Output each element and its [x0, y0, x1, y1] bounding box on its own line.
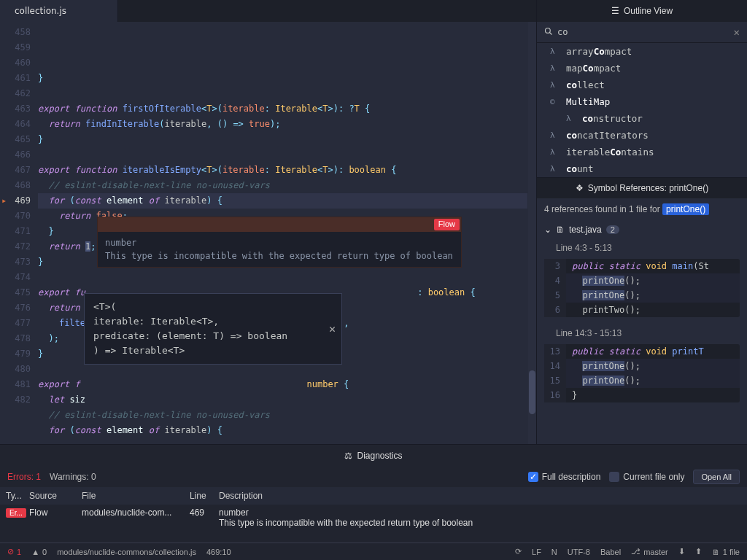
line-number: 477 [0, 316, 31, 331]
error-tooltip-title: number [105, 236, 454, 249]
target-icon: ❖ [576, 183, 584, 193]
flow-error-tooltip: Flow number This type is incompatible wi… [97, 217, 462, 268]
sync-icon[interactable]: ⟳ [515, 547, 522, 556]
status-language[interactable]: Babel [600, 548, 621, 556]
search-icon [544, 27, 553, 38]
outline-search-input[interactable] [557, 27, 729, 37]
code-line[interactable]: // eslint-disable-next-line no-unused-va… [38, 408, 536, 423]
reference-range[interactable]: Line 4:3 - 5:13 [537, 239, 747, 257]
svg-point-0 [546, 28, 551, 33]
editor-tab[interactable]: collection.js [0, 0, 118, 22]
code-line[interactable]: export function firstOfIterable<T>(itera… [38, 101, 536, 117]
line-number: 465 [0, 132, 31, 147]
diagnostic-row[interactable]: Er... Flow modules/nuclide-com... 469 nu… [0, 505, 747, 531]
upload-icon[interactable]: ⬆ [695, 547, 702, 556]
col-source[interactable]: Source [29, 491, 82, 501]
status-warning-count[interactable]: ▲0 [31, 548, 47, 556]
line-number: 464 [0, 117, 31, 132]
code-line[interactable]: export f number { [38, 377, 536, 392]
breakpoint-marker[interactable]: ▸ [1, 193, 7, 209]
reference-code-line[interactable]: 4 printOne(); [544, 273, 740, 288]
code-line[interactable] [38, 86, 536, 101]
status-error-count[interactable]: ⊘1 [7, 547, 21, 556]
status-insert-mode[interactable]: N [551, 548, 557, 556]
branch-icon: ⎇ [631, 547, 640, 556]
reference-code-line[interactable]: 13public static void printT [544, 344, 740, 359]
balance-icon: ⚖ [344, 451, 352, 461]
error-count[interactable]: Errors: 1 [7, 472, 41, 482]
diagnostics-controls: Errors: 1 Warnings: 0 ✓Full description … [0, 467, 747, 487]
references-summary: 4 references found in 1 file for printOn… [537, 198, 747, 220]
svg-line-1 [550, 32, 552, 34]
code-line[interactable]: for (const element of iterable) { [38, 423, 536, 438]
reference-code-line[interactable]: 3public static void main(St [544, 259, 740, 273]
col-file[interactable]: File [82, 491, 190, 501]
outline-header: ☰ Outline View [537, 0, 747, 22]
code-line[interactable]: return findInIterable(iterable, () => tr… [38, 117, 536, 132]
status-git-branch[interactable]: ⎇ master [631, 547, 668, 556]
outline-item[interactable]: λcollect [537, 77, 747, 93]
references-title: Symbol References: printOne() [588, 183, 708, 193]
outline-item[interactable]: λcount [537, 160, 747, 177]
reference-file-name: test.java [569, 225, 602, 235]
line-number: 476 [0, 300, 31, 316]
symbol-icon: λ [550, 47, 560, 56]
clear-icon[interactable]: ✕ [734, 26, 740, 38]
reference-code-line[interactable]: 5 printOne(); [544, 288, 740, 303]
line-number: 472 [0, 239, 31, 254]
line-number: 470 [0, 209, 31, 224]
line-number: 475 [0, 285, 31, 300]
warning-icon: ▲ [31, 548, 39, 556]
download-icon[interactable]: ⬇ [678, 547, 685, 556]
code-line[interactable] [38, 270, 536, 285]
close-icon[interactable]: ✕ [329, 322, 336, 336]
outline-item[interactable]: ©MultiMap [537, 93, 747, 110]
code-line[interactable]: // eslint-disable-next-line no-unused-va… [38, 178, 536, 193]
outline-item[interactable]: λconcatIterators [537, 127, 747, 144]
status-line-ending[interactable]: LF [532, 548, 541, 556]
line-number: 460 [0, 55, 31, 71]
outline-item[interactable]: λiterableContains [537, 144, 747, 160]
file-icon: 🗎 [556, 225, 565, 235]
status-cursor-position[interactable]: 469:10 [206, 548, 231, 556]
line-number: 473 [0, 254, 31, 270]
current-file-only-checkbox[interactable]: Current file only [609, 472, 684, 482]
editor[interactable]: 458459460461462463464465466467468▸469470… [0, 22, 536, 444]
reference-range[interactable]: Line 14:3 - 15:13 [537, 324, 747, 342]
outline-list: λarrayCompactλmapCompactλcollect©MultiMa… [537, 43, 747, 177]
col-line[interactable]: Line [190, 491, 219, 501]
reference-code-line[interactable]: 16} [544, 388, 740, 402]
references-header: ❖ Symbol References: printOne() [537, 178, 747, 198]
outline-item-label: iterableContains [566, 147, 654, 158]
code-line[interactable]: let siz [38, 392, 536, 408]
outline-item[interactable]: λconstructor [537, 110, 747, 127]
outline-item[interactable]: λarrayCompact [537, 43, 747, 60]
reference-code-line[interactable]: 14 printOne(); [544, 359, 740, 373]
full-description-checkbox[interactable]: ✓Full description [528, 472, 601, 482]
diagnostics-title: Diagnostics [357, 451, 402, 461]
diagnostics-table: Ty... Source File Line Description Er...… [0, 487, 747, 542]
reference-file[interactable]: ⌄🗎test.java2 [537, 220, 747, 239]
warning-count[interactable]: Warnings: 0 [50, 472, 96, 482]
status-file-path[interactable]: modules/nuclide-commons/collection.js [57, 548, 196, 556]
diagnostics-panel: ⚖ Diagnostics Errors: 1 Warnings: 0 ✓Ful… [0, 444, 747, 542]
col-description[interactable]: Description [219, 491, 747, 501]
col-type[interactable]: Ty... [0, 491, 29, 501]
line-number: 479 [0, 346, 31, 362]
code-line[interactable] [38, 438, 536, 444]
status-files[interactable]: 🗎 1 file [712, 548, 740, 556]
reference-codeblock: 3public static void main(St4 printOne();… [544, 259, 740, 317]
code-line[interactable]: for (const element of iterable) { [38, 193, 536, 209]
code-line[interactable]: } [38, 132, 536, 147]
symbol-icon: λ [550, 63, 560, 73]
outline-item[interactable]: λmapCompact [537, 60, 747, 77]
status-encoding[interactable]: UTF-8 [568, 548, 590, 556]
symbol-icon: λ [550, 131, 560, 140]
row-description: number This type is incompatible with th… [219, 508, 747, 528]
code-line[interactable]: } [38, 71, 536, 86]
code-line[interactable] [38, 147, 536, 163]
code-line[interactable]: export function iterableIsEmpty<T>(itera… [38, 163, 536, 178]
open-all-button[interactable]: Open All [693, 470, 740, 484]
reference-code-line[interactable]: 15 printOne(); [544, 373, 740, 388]
reference-code-line[interactable]: 6 printTwo(); [544, 303, 740, 317]
